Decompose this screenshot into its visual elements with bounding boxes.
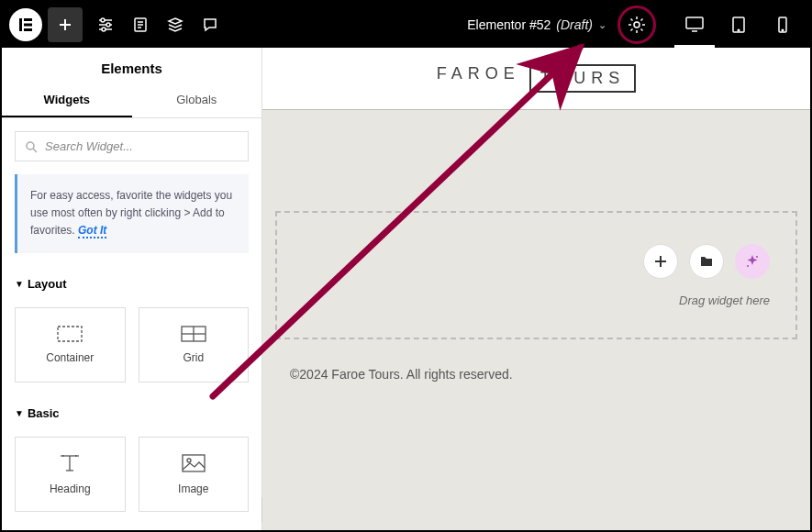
container-icon bbox=[57, 326, 83, 342]
image-icon bbox=[181, 453, 206, 473]
section-basic-title: Basic bbox=[28, 406, 60, 420]
svg-marker-16 bbox=[169, 18, 182, 24]
svg-point-36 bbox=[187, 459, 191, 462]
toolbar-left-group bbox=[9, 2, 228, 48]
dropzone-hint: Drag widget here bbox=[679, 294, 770, 307]
svg-point-21 bbox=[738, 29, 740, 31]
ai-button[interactable] bbox=[735, 244, 770, 279]
chevron-down-icon: ⌄ bbox=[598, 19, 606, 31]
desktop-view-button[interactable] bbox=[674, 2, 715, 48]
main-area: Elements Widgets Globals Search Widget..… bbox=[2, 48, 810, 530]
page-settings-highlight bbox=[617, 6, 656, 44]
caret-down-icon: ▼ bbox=[15, 408, 24, 418]
add-template-button[interactable] bbox=[689, 244, 724, 279]
search-placeholder: Search Widget... bbox=[45, 139, 133, 153]
dropzone-actions bbox=[643, 244, 770, 279]
elements-panel: Elements Widgets Globals Search Widget..… bbox=[2, 48, 262, 530]
widget-heading[interactable]: Heading bbox=[15, 437, 126, 512]
svg-point-11 bbox=[102, 28, 106, 31]
widget-label: Heading bbox=[50, 482, 91, 495]
svg-rect-26 bbox=[58, 327, 82, 341]
svg-rect-18 bbox=[686, 17, 703, 28]
tip-text: For easy access, favorite the widgets yo… bbox=[30, 189, 232, 237]
svg-rect-1 bbox=[24, 18, 32, 21]
elementor-logo[interactable] bbox=[9, 8, 42, 41]
panel-tabs: Widgets Globals bbox=[2, 83, 261, 118]
top-toolbar: Elementor #52 (Draft) ⌄ bbox=[2, 2, 810, 48]
search-input[interactable]: Search Widget... bbox=[15, 131, 249, 161]
panel-title: Elements bbox=[2, 48, 261, 83]
section-basic-header[interactable]: ▼ Basic bbox=[2, 399, 261, 427]
search-wrap: Search Widget... bbox=[2, 118, 261, 174]
widget-container[interactable]: Container bbox=[15, 307, 126, 382]
basic-widgets: Heading Image bbox=[2, 427, 261, 528]
tab-globals[interactable]: Globals bbox=[132, 83, 262, 117]
search-icon bbox=[25, 140, 38, 153]
caret-down-icon: ▼ bbox=[15, 279, 24, 289]
svg-rect-35 bbox=[183, 455, 205, 471]
brand-tours: TOURS bbox=[529, 64, 637, 93]
empty-section-dropzone[interactable]: Drag widget here bbox=[275, 211, 797, 339]
site-header: FAROE TOURS bbox=[262, 48, 810, 110]
site-settings-icon[interactable] bbox=[88, 2, 123, 48]
svg-point-7 bbox=[101, 18, 105, 22]
grid-icon bbox=[181, 326, 206, 342]
widget-label: Grid bbox=[183, 351, 204, 364]
responsive-controls bbox=[665, 2, 803, 48]
mobile-view-button[interactable] bbox=[762, 2, 803, 48]
section-layout-header[interactable]: ▼ Layout bbox=[2, 270, 261, 298]
add-section-button[interactable] bbox=[643, 244, 678, 279]
page-structure-icon[interactable] bbox=[123, 2, 158, 48]
widget-image[interactable]: Image bbox=[139, 437, 250, 512]
section-layout-title: Layout bbox=[28, 277, 67, 291]
draft-label: (Draft) bbox=[556, 17, 593, 32]
svg-point-40 bbox=[747, 265, 749, 267]
editor-canvas: FAROE TOURS Drag widget here ©2024 Faroe… bbox=[262, 48, 810, 530]
history-layers-icon[interactable] bbox=[158, 2, 193, 48]
toolbar-center-group: Elementor #52 (Draft) ⌄ bbox=[228, 6, 665, 44]
widget-label: Image bbox=[178, 482, 208, 495]
tab-widgets[interactable]: Widgets bbox=[2, 83, 132, 117]
svg-point-17 bbox=[634, 22, 640, 28]
svg-point-24 bbox=[27, 142, 34, 150]
page-name: Elementor #52 bbox=[467, 17, 551, 32]
tip-got-it[interactable]: Got It bbox=[78, 224, 106, 238]
tablet-view-button[interactable] bbox=[718, 2, 759, 48]
favorites-tip: For easy access, favorite the widgets yo… bbox=[15, 174, 249, 253]
notes-icon[interactable] bbox=[193, 2, 228, 48]
svg-rect-2 bbox=[24, 24, 32, 27]
widget-label: Container bbox=[46, 351, 94, 364]
widget-grid[interactable]: Grid bbox=[139, 307, 250, 382]
svg-rect-3 bbox=[24, 28, 32, 31]
svg-point-23 bbox=[782, 29, 784, 31]
page-settings-button[interactable] bbox=[628, 16, 646, 34]
svg-point-39 bbox=[756, 256, 758, 258]
svg-rect-0 bbox=[19, 18, 22, 31]
add-element-button[interactable] bbox=[48, 7, 83, 42]
heading-icon bbox=[57, 453, 83, 473]
page-title-dropdown[interactable]: Elementor #52 (Draft) ⌄ bbox=[467, 17, 606, 32]
site-footer-text: ©2024 Faroe Tours. All rights reserved. bbox=[262, 367, 810, 382]
layout-widgets: Container Grid bbox=[2, 298, 261, 399]
svg-point-9 bbox=[106, 23, 110, 27]
svg-line-25 bbox=[33, 149, 37, 152]
brand-faroe: FAROE bbox=[437, 64, 520, 93]
